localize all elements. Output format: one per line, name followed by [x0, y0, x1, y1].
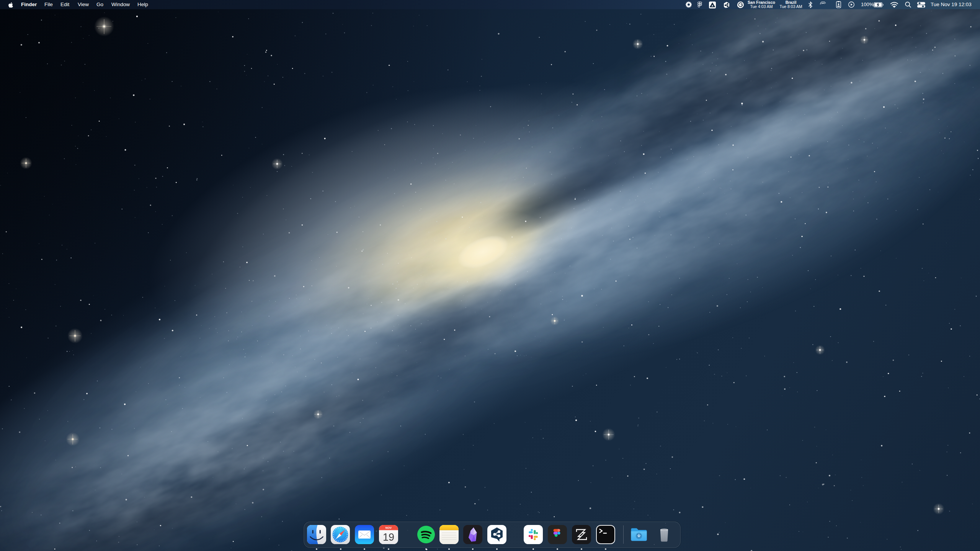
svg-text:19: 19: [382, 531, 394, 543]
svg-text:NOV: NOV: [385, 526, 391, 530]
